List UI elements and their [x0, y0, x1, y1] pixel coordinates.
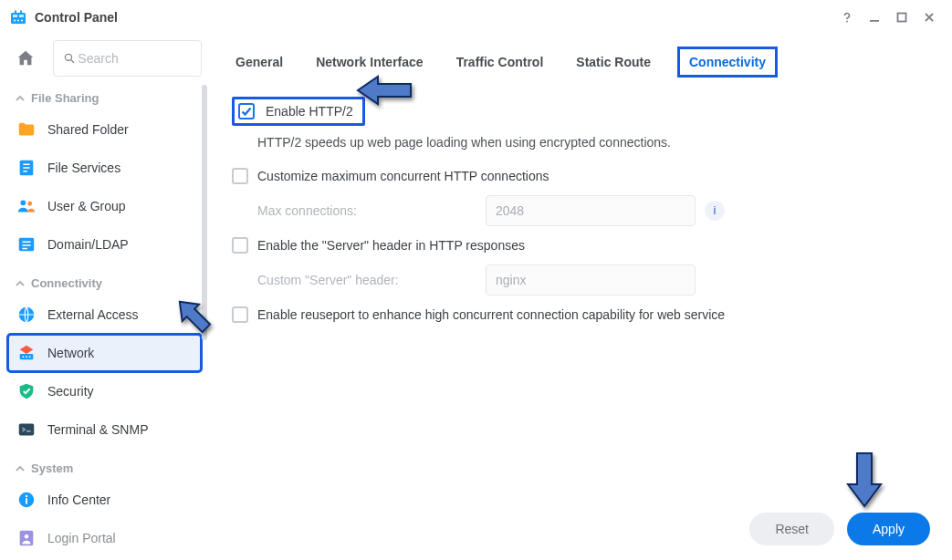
network-icon: [16, 343, 37, 363]
sidebar-item-info-center[interactable]: Info Center: [7, 481, 202, 519]
svg-point-24: [26, 495, 27, 497]
file-services-icon: [16, 158, 37, 178]
external-access-icon: [16, 305, 37, 325]
window-title: Control Panel: [35, 10, 118, 25]
svg-point-5: [21, 20, 23, 22]
max-connections-field-label: Max connections:: [257, 203, 476, 218]
sidebar-item-file-services[interactable]: File Services: [7, 149, 202, 187]
svg-point-20: [29, 356, 31, 358]
svg-point-18: [22, 356, 24, 358]
chevron-up-icon: [15, 463, 26, 474]
enable-http2-highlight: Enable HTTP/2: [232, 97, 365, 126]
custom-server-header-field-label: Custom "Server" header:: [257, 273, 476, 287]
section-label: File Sharing: [31, 91, 99, 105]
tab-static-route[interactable]: Static Route: [572, 49, 654, 75]
sidebar-item-external-access[interactable]: External Access: [7, 296, 202, 334]
reuseport-checkbox[interactable]: [232, 306, 248, 323]
sidebar-scrollbar[interactable]: [202, 85, 207, 340]
sidebar-item-label: Security: [47, 384, 94, 399]
svg-rect-0: [11, 13, 26, 24]
help-button[interactable]: [833, 4, 861, 31]
apply-button[interactable]: Apply: [847, 513, 930, 545]
sidebar-item-label: Info Center: [47, 493, 110, 507]
search-icon: [63, 51, 76, 66]
section-system[interactable]: System: [7, 454, 202, 481]
svg-point-8: [846, 21, 848, 23]
sidebar-item-security[interactable]: Security: [7, 372, 202, 410]
svg-rect-23: [26, 498, 27, 503]
server-header-checkbox[interactable]: [232, 237, 248, 254]
reset-button[interactable]: Reset: [749, 513, 834, 545]
tab-general[interactable]: General: [232, 49, 287, 75]
sidebar-item-terminal-snmp[interactable]: Terminal & SNMP: [7, 410, 202, 449]
shield-icon: [16, 381, 37, 401]
sidebar-item-label: Terminal & SNMP: [47, 422, 148, 437]
maximize-button[interactable]: [888, 4, 915, 31]
info-icon: [16, 490, 37, 510]
section-label: System: [31, 461, 73, 475]
sidebar-item-label: Shared Folder: [47, 122, 129, 137]
svg-rect-21: [19, 424, 35, 436]
sidebar-item-label: Login Portal: [47, 531, 116, 545]
svg-point-14: [27, 202, 32, 206]
sidebar-item-network[interactable]: Network: [7, 334, 202, 372]
custom-server-header-input[interactable]: [486, 264, 696, 296]
max-connections-info-icon[interactable]: i: [705, 201, 725, 221]
customize-max-checkbox[interactable]: [232, 168, 248, 184]
search-input[interactable]: [76, 50, 192, 67]
sidebar-item-login-portal[interactable]: Login Portal: [7, 519, 202, 557]
domain-icon: [16, 234, 37, 254]
svg-rect-10: [898, 14, 906, 22]
login-portal-icon: [16, 528, 37, 548]
max-connections-input[interactable]: [486, 195, 696, 226]
svg-rect-6: [15, 11, 16, 14]
enable-http2-checkbox[interactable]: [238, 103, 255, 119]
svg-point-3: [14, 20, 16, 22]
reuseport-label: Enable reuseport to enhance high concurr…: [257, 307, 725, 322]
svg-point-11: [65, 54, 71, 60]
users-icon: [16, 196, 37, 216]
section-label: Connectivity: [31, 276, 102, 290]
svg-point-19: [26, 356, 27, 358]
chevron-up-icon: [15, 278, 26, 289]
tab-traffic-control[interactable]: Traffic Control: [453, 49, 548, 75]
sidebar-item-label: Domain/LDAP: [47, 237, 129, 252]
sidebar-item-user-group[interactable]: User & Group: [7, 187, 202, 225]
tab-network-interface[interactable]: Network Interface: [312, 49, 426, 75]
svg-rect-1: [13, 15, 17, 17]
sidebar-item-shared-folder[interactable]: Shared Folder: [7, 110, 202, 149]
tab-connectivity[interactable]: Connectivity: [680, 49, 775, 75]
sidebar-item-domain-ldap[interactable]: Domain/LDAP: [7, 225, 202, 264]
svg-point-26: [25, 534, 29, 539]
app-icon: [9, 8, 27, 26]
section-connectivity[interactable]: Connectivity: [7, 269, 202, 296]
sidebar-item-label: Network: [47, 346, 94, 360]
svg-point-4: [17, 20, 19, 22]
home-button[interactable]: [7, 40, 44, 77]
folder-icon: [16, 119, 37, 140]
tabs: General Network Interface Traffic Contro…: [232, 44, 930, 88]
section-file-sharing[interactable]: File Sharing: [7, 84, 202, 110]
svg-rect-9: [870, 20, 879, 22]
sidebar-item-label: User & Group: [47, 199, 126, 213]
terminal-icon: [16, 420, 37, 440]
search-input-container[interactable]: [53, 40, 202, 77]
enable-http2-label: Enable HTTP/2: [266, 104, 353, 119]
close-button[interactable]: [915, 4, 943, 31]
svg-rect-7: [20, 11, 22, 14]
server-header-label: Enable the "Server" header in HTTP respo…: [257, 238, 525, 253]
svg-rect-2: [19, 15, 24, 17]
chevron-up-icon: [15, 93, 26, 104]
sidebar-item-label: File Services: [47, 161, 120, 175]
customize-max-label: Customize maximum concurrent HTTP connec…: [257, 169, 549, 183]
enable-http2-desc: HTTP/2 speeds up web page loading when u…: [232, 131, 930, 162]
svg-point-13: [20, 200, 26, 205]
minimize-button[interactable]: [861, 4, 888, 31]
sidebar-item-label: External Access: [47, 307, 139, 322]
